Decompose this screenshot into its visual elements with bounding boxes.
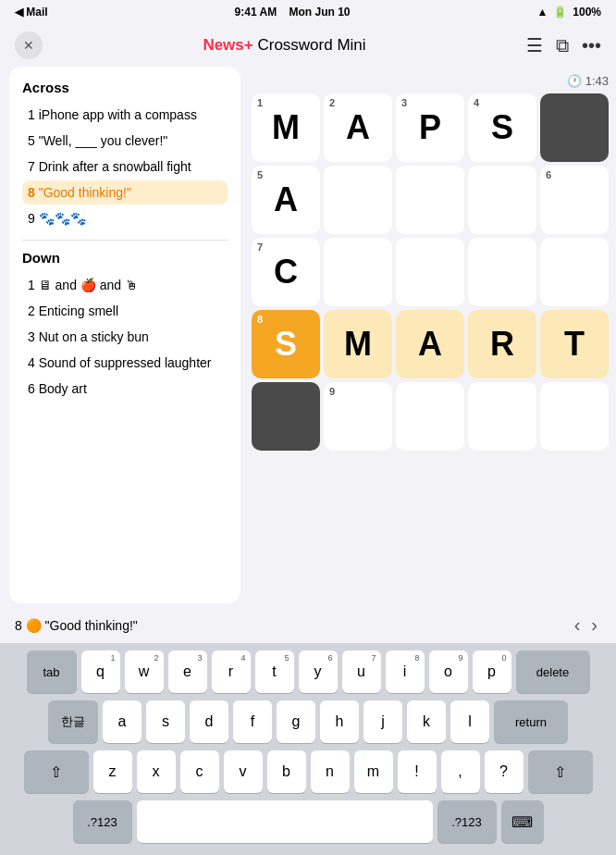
cell-0-2[interactable]: 3P <box>396 93 464 162</box>
key-q[interactable]: 1q <box>81 651 120 693</box>
key-n[interactable]: n <box>311 750 350 793</box>
key-p[interactable]: 0p <box>473 651 511 693</box>
clue-across-5[interactable]: 5 "Well, ___ you clever!" <box>22 129 228 153</box>
main-content: Across 1 iPhone app with a compass 5 "We… <box>0 67 616 603</box>
battery-icon: 🔋 <box>553 6 567 19</box>
key-k[interactable]: k <box>407 700 446 743</box>
key-m[interactable]: m <box>354 750 393 793</box>
carrier-label: ◀ Mail <box>15 6 48 19</box>
tab-key[interactable]: tab <box>27 651 77 693</box>
cell-4-3[interactable] <box>468 382 536 451</box>
key-y[interactable]: 6y <box>299 651 338 693</box>
key-x[interactable]: x <box>137 750 176 793</box>
cell-0-1[interactable]: 2A <box>324 93 392 162</box>
crossword-grid[interactable]: 1M2A3P4S5A67C8SMART9 <box>252 93 609 451</box>
return-key[interactable]: return <box>494 700 568 743</box>
cell-2-3[interactable] <box>468 238 536 306</box>
cell-letter-3-1: M <box>344 325 372 364</box>
cell-4-0[interactable] <box>252 382 320 451</box>
clue-across-1[interactable]: 1 iPhone app with a compass <box>22 103 228 127</box>
cell-number-0-2: 3 <box>401 97 407 108</box>
cell-1-2[interactable] <box>396 166 464 234</box>
num-key-right[interactable]: .?123 <box>437 800 497 843</box>
cell-1-3[interactable] <box>468 166 536 234</box>
cell-0-0[interactable]: 1M <box>252 93 320 162</box>
close-button[interactable]: ✕ <box>15 31 43 59</box>
list-icon[interactable]: ☰ <box>526 34 543 56</box>
key-w[interactable]: 2w <box>125 651 164 693</box>
cell-1-1[interactable] <box>324 166 392 234</box>
key-f[interactable]: f <box>233 700 272 743</box>
cell-0-3[interactable]: 4S <box>468 93 536 162</box>
key-g[interactable]: g <box>277 700 315 743</box>
cell-letter-0-3: S <box>491 108 513 147</box>
status-bar: ◀ Mail 9:41 AM Mon Jun 10 ▲ 🔋 100% <box>0 0 616 24</box>
key-l[interactable]: l <box>450 700 489 743</box>
keyboard-icon-key[interactable]: ⌨ <box>501 800 544 843</box>
shift-key-right[interactable]: ⇧ <box>528 750 593 793</box>
key-d[interactable]: d <box>190 700 228 743</box>
down-title: Down <box>22 250 228 266</box>
cell-2-4[interactable] <box>540 238 609 306</box>
cell-4-1[interactable]: 9 <box>324 382 392 451</box>
clue-across-7[interactable]: 7 Drink after a snowball fight <box>22 155 228 179</box>
prev-clue-button[interactable]: ‹ <box>571 614 585 636</box>
key-c[interactable]: c <box>180 750 219 793</box>
next-clue-button[interactable]: › <box>587 614 601 636</box>
clue-down-4[interactable]: 4 Sound of suppressed laughter <box>22 351 228 375</box>
cell-2-0[interactable]: 7C <box>252 238 320 306</box>
cell-1-4[interactable]: 6 <box>540 166 609 234</box>
share-icon[interactable]: ⧉ <box>556 35 569 56</box>
key-h[interactable]: h <box>320 700 359 743</box>
key-a[interactable]: a <box>103 700 142 743</box>
cell-4-2[interactable] <box>396 382 464 451</box>
keyboard-row-1: tab 1q 2w 3e 4r 5t 6y 7u 8i 9o 0p delete <box>4 651 612 693</box>
key-question[interactable]: ? <box>485 750 524 793</box>
delete-key[interactable]: delete <box>516 651 590 693</box>
cell-3-2[interactable]: A <box>396 310 464 378</box>
cell-number-1-0: 5 <box>257 169 263 180</box>
key-z[interactable]: z <box>93 750 132 793</box>
cell-3-4[interactable]: T <box>540 310 609 378</box>
cell-0-4[interactable] <box>540 93 609 162</box>
keyboard-row-3: ⇧ z x c v b n m ! , ? ⇧ <box>4 750 612 793</box>
more-icon[interactable]: ••• <box>582 35 601 56</box>
cell-2-2[interactable] <box>396 238 464 306</box>
key-e[interactable]: 3e <box>168 651 207 693</box>
key-i[interactable]: 8i <box>386 651 425 693</box>
cell-3-1[interactable]: M <box>324 310 392 378</box>
key-r[interactable]: 4r <box>212 651 251 693</box>
key-b[interactable]: b <box>267 750 306 793</box>
key-exclaim[interactable]: ! <box>398 750 437 793</box>
key-j[interactable]: j <box>363 700 402 743</box>
key-s[interactable]: s <box>146 700 185 743</box>
key-u[interactable]: 7u <box>342 651 381 693</box>
timer-label: 🕐 1:43 <box>567 74 609 88</box>
cell-3-0[interactable]: 8S <box>252 310 320 378</box>
space-key[interactable] <box>137 800 433 843</box>
key-o[interactable]: 9o <box>429 651 468 693</box>
clues-panel: Across 1 iPhone app with a compass 5 "We… <box>9 67 240 603</box>
cell-4-4[interactable] <box>540 382 609 451</box>
clue-down-1[interactable]: 1 🖥 and 🍎 and 🖱 <box>22 273 228 297</box>
clue-down-6[interactable]: 6 Body art <box>22 377 228 401</box>
key-v[interactable]: v <box>224 750 263 793</box>
key-comma[interactable]: , <box>441 750 480 793</box>
cell-2-1[interactable] <box>324 238 392 306</box>
shift-key-left[interactable]: ⇧ <box>24 750 89 793</box>
cell-number-0-1: 2 <box>329 97 335 108</box>
apple-news-logo: News+ <box>203 36 253 54</box>
clue-across-8[interactable]: 8 "Good thinking!" <box>22 180 228 204</box>
hangul-key[interactable]: 한글 <box>48 700 98 743</box>
cell-1-0[interactable]: 5A <box>252 166 320 234</box>
num-key-left[interactable]: .?123 <box>73 800 132 843</box>
clue-down-3[interactable]: 3 Nut on a sticky bun <box>22 325 228 349</box>
key-t[interactable]: 5t <box>255 651 294 693</box>
clue-down-2[interactable]: 2 Enticing smell <box>22 299 228 323</box>
keyboard-row-4: .?123 .?123 ⌨ <box>4 800 612 843</box>
cell-3-3[interactable]: R <box>468 310 536 378</box>
app-title-suffix: Crossword Mini <box>257 36 365 54</box>
clue-across-9[interactable]: 9 🐾🐾🐾 <box>22 206 228 230</box>
status-time: 9:41 AM Mon Jun 10 <box>235 6 351 19</box>
clue-hint: "Good thinking!" <box>45 618 138 633</box>
